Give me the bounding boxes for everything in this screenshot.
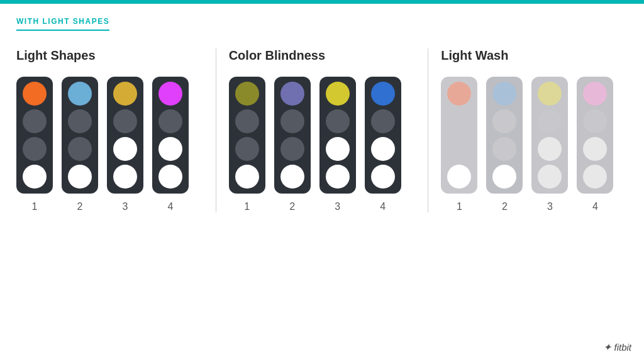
bar-lw-wrapper-1: 1 — [441, 77, 477, 212]
bar-label-cb-1: 1 — [244, 201, 250, 212]
section-title-light-wash: Light Wash — [441, 48, 615, 63]
bar-cb-1 — [229, 77, 265, 194]
bar-label-cb-4: 4 — [380, 201, 386, 212]
bar-lw-1 — [441, 77, 477, 194]
page-title: With Light Shapes — [16, 17, 109, 31]
bar-lw-2 — [486, 77, 523, 194]
section-color-blindness: Color Blindness 1 2 — [229, 48, 416, 212]
dot-cb-3-1 — [326, 82, 350, 106]
fitbit-logo: ✦ fitbit — [603, 341, 631, 353]
bar-cb-4 — [365, 77, 401, 194]
bar-lw-wrapper-4: 4 — [577, 77, 613, 212]
dot-ls-4-4 — [158, 165, 182, 189]
dot-cb-1-1 — [235, 82, 259, 106]
dot-ls-3-4 — [113, 165, 137, 189]
bar-label-lw-4: 4 — [592, 201, 598, 212]
dot-ls-3-3 — [113, 137, 137, 161]
fitbit-icon: ✦ — [603, 341, 611, 353]
dot-lw-1-4 — [447, 165, 471, 189]
header: With Light Shapes — [0, 4, 644, 36]
dot-cb-3-4 — [326, 165, 350, 189]
bar-wrapper-2: 2 — [62, 77, 98, 212]
dot-lw-2-1 — [492, 82, 516, 106]
dot-lw-4-3 — [583, 137, 607, 161]
dot-lw-4-1 — [583, 82, 607, 106]
dot-cb-4-3 — [371, 137, 395, 161]
bars-row-light-wash: 1 2 3 — [441, 77, 615, 212]
bar-cb-wrapper-1: 1 — [229, 77, 265, 212]
dot-lw-3-3 — [538, 137, 562, 161]
dot-ls-1-3 — [23, 137, 47, 161]
dot-cb-1-2 — [235, 109, 259, 133]
section-title-light-shapes: Light Shapes — [16, 48, 191, 63]
dot-lw-2-3 — [492, 137, 516, 161]
dot-ls-2-3 — [68, 137, 92, 161]
bar-wrapper-4: 4 — [152, 77, 189, 212]
dot-lw-3-2 — [538, 109, 562, 133]
dot-ls-3-2 — [113, 109, 137, 133]
fitbit-brand: fitbit — [614, 342, 631, 353]
dot-lw-4-2 — [583, 109, 607, 133]
dot-ls-3-1 — [113, 82, 137, 106]
bar-wrapper-3: 3 — [107, 77, 143, 212]
bar-cb-2 — [274, 77, 311, 194]
section-light-shapes: Light Shapes 1 2 — [16, 48, 203, 212]
bar-label-cb-3: 3 — [335, 201, 340, 212]
bar-label-lw-1: 1 — [457, 201, 462, 212]
bar-label-ls-3: 3 — [123, 201, 128, 212]
dot-cb-2-3 — [280, 137, 304, 161]
bar-label-ls-2: 2 — [77, 201, 83, 212]
bar-ls-1 — [16, 77, 53, 194]
dot-lw-4-4 — [583, 165, 607, 189]
dot-lw-3-1 — [538, 82, 562, 106]
divider-2 — [428, 48, 428, 212]
dot-lw-3-4 — [538, 165, 562, 189]
dot-ls-1-2 — [23, 109, 47, 133]
bars-row-color-blindness: 1 2 3 — [229, 77, 403, 212]
bar-cb-wrapper-2: 2 — [274, 77, 311, 212]
dot-lw-1-2 — [447, 109, 471, 133]
bar-wrapper-1: 1 — [16, 77, 53, 212]
dot-ls-2-1 — [68, 82, 92, 106]
dot-cb-2-4 — [280, 165, 304, 189]
bar-label-ls-1: 1 — [32, 201, 38, 212]
bar-lw-3 — [531, 77, 568, 194]
main-content: Light Shapes 1 2 — [0, 36, 644, 225]
section-light-wash: Light Wash 1 2 — [441, 48, 628, 212]
dot-cb-4-1 — [371, 82, 395, 106]
dot-cb-4-2 — [371, 109, 395, 133]
bar-cb-wrapper-3: 3 — [319, 77, 356, 212]
dot-cb-4-4 — [371, 165, 395, 189]
bar-lw-4 — [577, 77, 613, 194]
dot-cb-2-2 — [280, 109, 304, 133]
dot-ls-4-1 — [158, 82, 182, 106]
dot-cb-2-1 — [280, 82, 304, 106]
bar-label-lw-3: 3 — [547, 201, 553, 212]
divider-1 — [216, 48, 216, 212]
dot-cb-1-4 — [235, 165, 259, 189]
dot-ls-1-4 — [23, 165, 47, 189]
section-title-color-blindness: Color Blindness — [229, 48, 403, 63]
bar-label-lw-2: 2 — [502, 201, 508, 212]
bar-ls-3 — [107, 77, 143, 194]
bar-ls-4 — [152, 77, 189, 194]
bar-lw-wrapper-3: 3 — [531, 77, 568, 212]
dot-cb-3-2 — [326, 109, 350, 133]
dot-ls-4-3 — [158, 137, 182, 161]
dot-ls-4-2 — [158, 109, 182, 133]
bar-cb-3 — [319, 77, 356, 194]
dot-lw-2-4 — [492, 165, 516, 189]
dot-lw-2-2 — [492, 109, 516, 133]
dot-ls-1-1 — [23, 82, 47, 106]
bar-ls-2 — [62, 77, 98, 194]
dot-cb-1-3 — [235, 137, 259, 161]
dot-cb-3-3 — [326, 137, 350, 161]
bar-label-ls-4: 4 — [168, 201, 174, 212]
bar-label-cb-2: 2 — [289, 201, 295, 212]
bars-row-light-shapes: 1 2 3 — [16, 77, 191, 212]
dot-ls-2-4 — [68, 165, 92, 189]
bar-lw-wrapper-2: 2 — [486, 77, 523, 212]
dot-lw-1-1 — [447, 82, 471, 106]
dot-ls-2-2 — [68, 109, 92, 133]
dot-lw-1-3 — [447, 137, 471, 161]
